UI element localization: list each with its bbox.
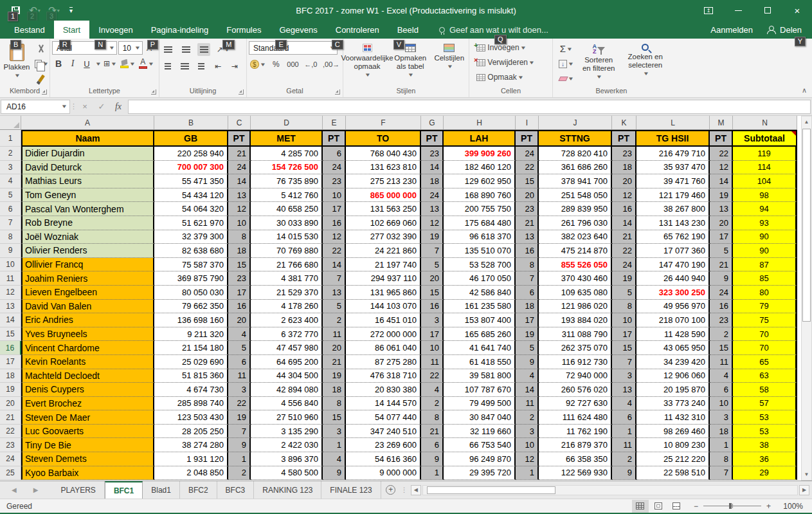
- sheet-tab-ranking-123[interactable]: RANKING 123: [254, 481, 321, 499]
- cell-N2[interactable]: 119: [733, 147, 797, 161]
- cell-D5[interactable]: 5 412 760: [251, 188, 323, 203]
- scroll-down-icon[interactable]: ▼: [802, 469, 811, 480]
- cell-C6[interactable]: 12: [228, 202, 251, 216]
- tab-pagina-indeling[interactable]: Pagina-indelingP: [142, 21, 218, 39]
- tab-beeld[interactable]: BeeldV: [388, 21, 428, 39]
- cell-B17[interactable]: 25 029 690: [154, 355, 228, 369]
- cell-N22[interactable]: 53: [733, 425, 797, 439]
- cell-J18[interactable]: 72 940 000: [539, 369, 612, 383]
- cell-D18[interactable]: 44 304 500: [251, 369, 323, 383]
- cell-N8[interactable]: 90: [733, 230, 797, 244]
- cell-H24[interactable]: 96 249 870: [444, 452, 516, 466]
- cell-D11[interactable]: 4 381 770: [251, 271, 323, 286]
- find-select-button[interactable]: Zoeken en selecteren▼: [622, 41, 668, 79]
- align-center-button[interactable]: [178, 60, 191, 73]
- undo-button[interactable]: ↶▾ 2: [28, 4, 41, 17]
- cell-J21[interactable]: 111 624 480: [539, 410, 612, 425]
- cell-F22[interactable]: 347 240 510: [346, 425, 421, 439]
- cell-F24[interactable]: 54 616 360: [346, 452, 421, 466]
- header-cell-J1[interactable]: STTNG: [539, 130, 612, 147]
- cell-K15[interactable]: 17: [612, 327, 636, 342]
- cell-G6[interactable]: 13: [421, 202, 444, 216]
- column-header-E[interactable]: E: [323, 116, 346, 129]
- cell-F7[interactable]: 102 669 060: [346, 216, 421, 230]
- cell-M10[interactable]: 21: [710, 258, 733, 272]
- cell-B14[interactable]: 136 698 160: [154, 313, 228, 327]
- header-cell-E1[interactable]: PT: [323, 130, 346, 147]
- cell-L3[interactable]: 35 937 470: [636, 161, 710, 175]
- new-sheet-button[interactable]: +: [381, 481, 401, 499]
- cell-N5[interactable]: 98: [733, 188, 797, 203]
- cell-B24[interactable]: 1 931 120: [154, 452, 228, 466]
- cell-M2[interactable]: 22: [710, 147, 733, 161]
- cell-J2[interactable]: 728 820 410: [539, 147, 612, 161]
- header-cell-N1[interactable]: Subtotaal: [733, 130, 797, 147]
- cell-M5[interactable]: 19: [710, 188, 733, 203]
- maximize-button[interactable]: [753, 0, 782, 21]
- header-cell-L1[interactable]: TG HSII: [636, 130, 710, 147]
- fill-button[interactable]: ↓▼: [557, 57, 575, 70]
- cell-D12[interactable]: 21 529 370: [251, 286, 323, 300]
- cell-A2[interactable]: Didier Dujardin: [21, 147, 154, 161]
- cancel-button[interactable]: ×: [77, 100, 93, 114]
- cell-K10[interactable]: 24: [612, 258, 636, 272]
- cell-M20[interactable]: 10: [710, 397, 733, 411]
- cell-L21[interactable]: 11 432 310: [636, 410, 710, 425]
- cell-G2[interactable]: 23: [421, 147, 444, 161]
- column-header-H[interactable]: H: [444, 116, 516, 129]
- cell-E23[interactable]: 1: [323, 438, 346, 452]
- cell-F9[interactable]: 24 221 860: [346, 244, 421, 258]
- sheet-tab-blad1[interactable]: Blad1: [143, 481, 180, 499]
- cell-L15[interactable]: 11 428 590: [636, 327, 710, 342]
- cell-G8[interactable]: 19: [421, 230, 444, 244]
- cell-K22[interactable]: 1: [612, 425, 636, 439]
- cell-A19[interactable]: Denis Cuypers: [21, 383, 154, 397]
- row-header-15[interactable]: 15: [0, 327, 21, 342]
- cell-M23[interactable]: 1: [710, 438, 733, 452]
- cell-A23[interactable]: Tiny De Bie: [21, 438, 154, 452]
- cell-E14[interactable]: 2: [323, 313, 346, 327]
- cell-F12[interactable]: 131 965 860: [346, 286, 421, 300]
- cell-E21[interactable]: 15: [323, 410, 346, 425]
- cell-I23[interactable]: 10: [516, 438, 539, 452]
- save-button[interactable]: 1: [9, 4, 22, 17]
- cell-M13[interactable]: 16: [710, 300, 733, 314]
- cell-A13[interactable]: David Van Balen: [21, 300, 154, 314]
- cell-G15[interactable]: 17: [421, 327, 444, 342]
- cell-K5[interactable]: 12: [612, 188, 636, 203]
- cell-C5[interactable]: 13: [228, 188, 251, 203]
- cell-L6[interactable]: 38 267 800: [636, 202, 710, 216]
- font-color-button[interactable]: A▼: [138, 57, 155, 70]
- row-header-2[interactable]: 2: [0, 147, 21, 161]
- cell-N11[interactable]: 85: [733, 271, 797, 286]
- cell-D16[interactable]: 47 457 980: [251, 341, 323, 355]
- vertical-scroll-thumb[interactable]: [802, 129, 811, 322]
- cell-H15[interactable]: 165 685 260: [444, 327, 516, 342]
- row-header-18[interactable]: 18: [0, 369, 21, 383]
- cell-C9[interactable]: 18: [228, 244, 251, 258]
- row-header-5[interactable]: 5: [0, 188, 21, 203]
- cell-D25[interactable]: 4 580 500: [251, 466, 323, 481]
- cell-J5[interactable]: 251 548 050: [539, 188, 612, 203]
- row-header-14[interactable]: 14: [0, 313, 21, 327]
- cell-D17[interactable]: 64 695 200: [251, 355, 323, 369]
- cell-B5[interactable]: 54 434 120: [154, 188, 228, 203]
- cell-H19[interactable]: 107 787 670: [444, 383, 516, 397]
- cell-E24[interactable]: 4: [323, 452, 346, 466]
- cell-J12[interactable]: 109 635 080: [539, 286, 612, 300]
- cell-F2[interactable]: 768 040 430: [346, 147, 421, 161]
- cell-M19[interactable]: 6: [710, 383, 733, 397]
- header-cell-D1[interactable]: MET: [251, 130, 323, 147]
- scroll-left-icon[interactable]: ◀: [411, 485, 421, 495]
- cell-C19[interactable]: 3: [228, 383, 251, 397]
- format-cells-button[interactable]: Opmaak▼: [475, 71, 525, 84]
- decrease-indent-button[interactable]: ⇤: [212, 60, 224, 73]
- cell-J17[interactable]: 116 912 730: [539, 355, 612, 369]
- cell-N14[interactable]: 75: [733, 313, 797, 327]
- cell-I3[interactable]: 22: [516, 161, 539, 175]
- cell-A17[interactable]: Kevin Roelants: [21, 355, 154, 369]
- cell-C22[interactable]: 7: [228, 425, 251, 439]
- header-cell-A1[interactable]: Naam: [21, 130, 154, 147]
- cell-B2[interactable]: 220 258 940: [154, 147, 228, 161]
- cell-M7[interactable]: 20: [710, 216, 733, 230]
